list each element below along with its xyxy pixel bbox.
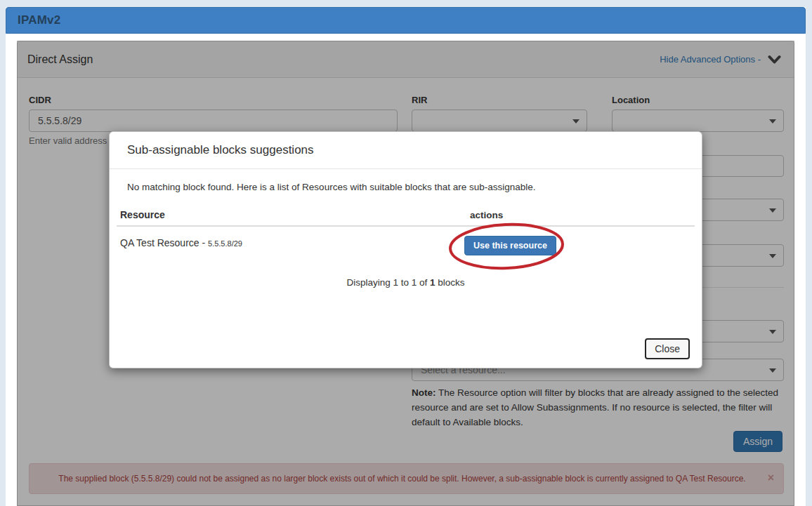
pagination-suffix: blocks <box>436 277 465 288</box>
table-header-divider <box>117 225 695 227</box>
resource-name: QA Test Resource - <box>120 237 208 248</box>
modal-header: Sub-assignable blocks suggestions <box>110 132 702 169</box>
pagination-count: 1 <box>430 277 436 288</box>
use-this-resource-button[interactable]: Use this resource <box>464 236 556 255</box>
modal-title: Sub-assignable blocks suggestions <box>127 143 314 157</box>
table-header-resource: Resource <box>120 209 165 220</box>
app-brand[interactable]: IPAMv2 <box>18 13 60 27</box>
table-header-actions: actions <box>470 210 503 220</box>
modal-message: No matching block found. Here is a list … <box>127 182 684 192</box>
resource-cidr: 5.5.5.8/29 <box>208 239 242 248</box>
suggestions-modal: Sub-assignable blocks suggestions No mat… <box>109 131 702 368</box>
table-row: QA Test Resource - 5.5.5.8/29 <box>120 237 242 248</box>
page-sheet: IPAMv2 Direct Assign Hide Advanced Optio… <box>6 7 806 506</box>
pagination-prefix: Displaying 1 to 1 of <box>346 277 430 288</box>
pagination-info: Displaying 1 to 1 of 1 blocks <box>110 277 702 288</box>
navbar: IPAMv2 <box>6 7 806 34</box>
close-button[interactable]: Close <box>645 338 690 359</box>
